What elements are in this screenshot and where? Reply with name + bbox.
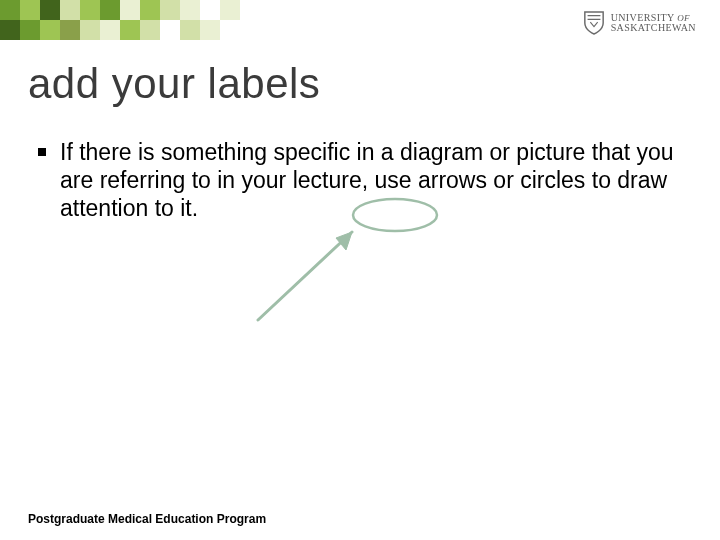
svg-rect-16 xyxy=(80,20,100,40)
university-top: UNIVERSITY xyxy=(611,12,678,23)
svg-rect-17 xyxy=(100,20,120,40)
bullet-square-icon xyxy=(38,148,46,156)
slide: UNIVERSITY OF SASKATCHEWAN add your labe… xyxy=(0,0,720,540)
mosaic-graphic xyxy=(0,0,260,40)
svg-marker-24 xyxy=(336,232,352,250)
footer-text: Postgraduate Medical Education Program xyxy=(28,512,266,526)
university-of: OF xyxy=(677,13,690,23)
svg-line-23 xyxy=(258,232,352,320)
bullet-item: If there is something specific in a diag… xyxy=(38,138,680,222)
svg-rect-13 xyxy=(20,20,40,40)
svg-rect-2 xyxy=(40,0,60,20)
header-strip: UNIVERSITY OF SASKATCHEWAN xyxy=(0,0,720,40)
arrow-annotation xyxy=(258,232,352,320)
university-name: UNIVERSITY OF SASKATCHEWAN xyxy=(611,13,696,34)
svg-rect-6 xyxy=(120,0,140,20)
svg-rect-5 xyxy=(100,0,120,20)
svg-rect-22 xyxy=(200,20,220,40)
svg-rect-21 xyxy=(180,20,200,40)
slide-title: add your labels xyxy=(28,60,320,108)
svg-rect-10 xyxy=(200,0,220,20)
svg-rect-18 xyxy=(120,20,140,40)
svg-rect-0 xyxy=(0,0,20,20)
svg-rect-9 xyxy=(180,0,200,20)
university-logo: UNIVERSITY OF SASKATCHEWAN xyxy=(583,10,696,36)
svg-rect-4 xyxy=(80,0,100,20)
svg-rect-1 xyxy=(20,0,40,20)
svg-rect-15 xyxy=(60,20,80,40)
svg-rect-19 xyxy=(140,20,160,40)
university-bottom: SASKATCHEWAN xyxy=(611,23,696,34)
svg-rect-11 xyxy=(220,0,240,20)
slide-body: If there is something specific in a diag… xyxy=(38,138,680,222)
svg-rect-20 xyxy=(160,20,180,40)
svg-rect-14 xyxy=(40,20,60,40)
svg-rect-12 xyxy=(0,20,20,40)
svg-rect-3 xyxy=(60,0,80,20)
bullet-text: If there is something specific in a diag… xyxy=(60,138,680,222)
shield-icon xyxy=(583,10,605,36)
svg-rect-7 xyxy=(140,0,160,20)
svg-rect-8 xyxy=(160,0,180,20)
